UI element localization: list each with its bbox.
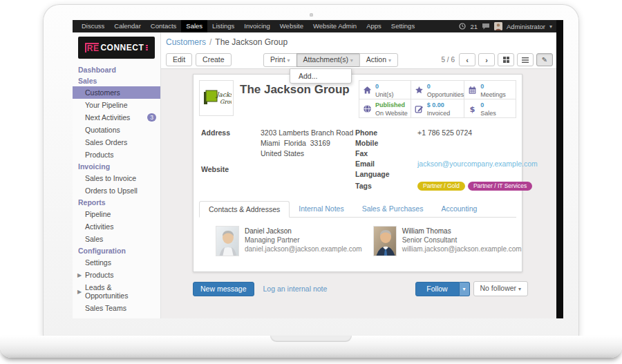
menu-item-invoicing[interactable]: Invoicing xyxy=(239,20,275,32)
tags-label: Tags xyxy=(355,181,417,191)
follow-caret-button[interactable]: ▾ xyxy=(460,282,470,296)
tab-internal-notes[interactable]: Internal Notes xyxy=(290,201,352,218)
sidebar-item-pipeline[interactable]: Pipeline xyxy=(73,208,160,220)
sidebar-item-products[interactable]: Products xyxy=(73,149,160,161)
sidebar-item-leads-opportunities[interactable]: ▶Leads & Opportunities xyxy=(73,281,160,302)
menu-item-apps[interactable]: Apps xyxy=(361,20,386,32)
tab-contacts-addresses[interactable]: Contacts & Addresses xyxy=(199,201,290,218)
laptop-base xyxy=(0,336,622,358)
contacts-list: Daniel Jackson Managing Partner daniel.j… xyxy=(199,218,516,266)
email-link[interactable]: jackson@yourcompany.example.com xyxy=(417,159,538,169)
activity-count[interactable]: 21 xyxy=(470,23,478,30)
laptop-base-notch xyxy=(270,336,352,342)
customer-form-sheet: Jackson Group The Jackson Group 0Un xyxy=(193,74,522,272)
menu-item-sales[interactable]: Sales xyxy=(181,20,207,32)
attachments-menu-button[interactable]: Attachment(s) ▾ xyxy=(296,53,360,67)
sidebar-item-customers[interactable]: Customers xyxy=(73,86,160,99)
print-menu-button[interactable]: Print ▾ xyxy=(263,53,297,67)
sidebar-item-sales-orders[interactable]: Sales Orders xyxy=(73,136,160,149)
messages-icon[interactable] xyxy=(482,23,490,30)
contact-card-daniel-jackson[interactable]: Daniel Jackson Managing Partner daniel.j… xyxy=(216,226,362,256)
activity-clock-icon[interactable] xyxy=(459,23,466,30)
menu-item-website[interactable]: Website xyxy=(275,20,308,32)
partner-title: The Jackson Group xyxy=(234,80,359,118)
chatter-bar: New message Log an internal note Follow … xyxy=(193,281,528,296)
laptop-mockup: Discuss Calendar Contacts Sales Listings… xyxy=(0,0,622,364)
breadcrumb-separator: / xyxy=(209,37,211,47)
new-message-button[interactable]: New message xyxy=(193,282,254,296)
laptop-screen: Discuss Calendar Contacts Sales Listings… xyxy=(73,20,563,318)
kanban-view-button[interactable] xyxy=(498,53,514,66)
menu-item-settings[interactable]: Settings xyxy=(386,20,420,32)
contact-role: Managing Partner xyxy=(245,236,362,245)
caret-down-icon: ▾ xyxy=(288,57,290,64)
stat-meetings-button[interactable]: 0Meetings xyxy=(464,81,516,99)
menu-item-discuss[interactable]: Discuss xyxy=(77,20,109,32)
contact-card-william-thomas[interactable]: William Thomas Senior Consultant william… xyxy=(373,226,522,256)
sidebar-item-config-products[interactable]: ▶Products xyxy=(73,269,160,281)
pager-next-button[interactable]: › xyxy=(478,53,495,66)
user-avatar[interactable] xyxy=(494,22,502,30)
laptop-screen-bezel: Discuss Calendar Contacts Sales Listings… xyxy=(43,4,579,336)
address-value: 3203 Lamberts Branch Road Miami Florida … xyxy=(261,128,353,159)
breadcrumb-customers[interactable]: Customers xyxy=(166,37,206,47)
odoo-app-window: Discuss Calendar Contacts Sales Listings… xyxy=(73,20,556,318)
sidebar-item-sales-to-invoice[interactable]: Sales to Invoice xyxy=(73,172,160,184)
partner-logo-image[interactable]: Jackson Group xyxy=(199,80,234,116)
stat-invoiced-button[interactable]: $ 0.00Invoiced xyxy=(411,99,464,117)
contact-photo xyxy=(216,226,239,256)
contact-photo xyxy=(373,226,397,256)
website-label: Website xyxy=(201,164,261,175)
sidebar-item-quotations[interactable]: Quotations xyxy=(73,124,160,136)
pager-previous-button[interactable]: ‹ xyxy=(459,53,475,66)
next-activities-badge: 3 xyxy=(147,113,156,122)
edit-button[interactable]: Edit xyxy=(166,53,192,66)
home-icon xyxy=(363,86,372,95)
action-menu-button[interactable]: Action ▾ xyxy=(359,53,398,67)
breadcrumb: Customers / The Jackson Group xyxy=(161,32,556,51)
company-logo[interactable]: RECONNECT xyxy=(78,37,155,59)
stat-sales-button[interactable]: $ 0Sales xyxy=(464,99,516,117)
menu-item-website-admin[interactable]: Website Admin xyxy=(308,20,361,32)
sidebar-item-sales-teams[interactable]: Sales Teams xyxy=(73,302,160,314)
chevron-right-icon: ▶ xyxy=(77,289,82,295)
sidebar-item-orders-to-upsell[interactable]: Orders to Upsell xyxy=(73,184,160,197)
pager: 5 / 6 ‹ › ✎ xyxy=(442,53,553,66)
caret-down-icon: ▾ xyxy=(518,286,521,292)
sidebar-item-settings[interactable]: Settings xyxy=(73,256,160,269)
logo-vertical-mark xyxy=(146,45,148,50)
followers-button[interactable]: No follower ▾ xyxy=(473,281,528,296)
follow-button[interactable]: Follow xyxy=(415,282,460,296)
logo-text: CONNECT xyxy=(100,44,144,52)
stat-website-button[interactable]: PublishedOn Website xyxy=(359,99,411,117)
log-internal-note-link[interactable]: Log an internal note xyxy=(263,285,328,293)
menu-item-contacts[interactable]: Contacts xyxy=(146,20,182,32)
tab-accounting[interactable]: Accounting xyxy=(432,201,486,218)
form-view-button[interactable]: ✎ xyxy=(536,53,553,66)
menu-item-listings[interactable]: Listings xyxy=(207,20,239,32)
action-menus: Print ▾ Attachment(s) ▾ Action ▾ xyxy=(263,53,398,67)
svg-text:Group: Group xyxy=(220,99,232,105)
tag-partner-it-services: Partner / IT Services xyxy=(468,182,532,191)
menu-item-calendar[interactable]: Calendar xyxy=(109,20,146,32)
sidebar-item-activities[interactable]: Activities xyxy=(73,220,160,233)
contact-role: Senior Consultant xyxy=(402,236,522,245)
attachment-add-item[interactable]: Add... xyxy=(290,69,351,83)
sidebar-header-dashboard[interactable]: Dashboard xyxy=(73,64,160,75)
chevron-right-icon: ▶ xyxy=(77,272,82,278)
tags-value: Partner / Gold Partner / IT Services xyxy=(417,181,532,191)
svg-text:Jackson: Jackson xyxy=(215,91,232,98)
sidebar-header-configuration: Configuration xyxy=(73,245,160,256)
sidebar-item-sales-report[interactable]: Sales xyxy=(73,233,160,245)
language-label: Language xyxy=(355,169,417,180)
sidebar-item-your-pipeline[interactable]: Your Pipeline xyxy=(73,99,160,111)
tab-sales-purchases[interactable]: Sales & Purchases xyxy=(353,201,433,218)
stat-opportunities-button[interactable]: 0Opportunities xyxy=(411,81,464,99)
create-button[interactable]: Create xyxy=(196,53,232,66)
sidebar-item-next-activities[interactable]: Next Activities3 xyxy=(73,111,160,124)
list-view-button[interactable] xyxy=(517,53,534,66)
attachments-dropdown: Add... xyxy=(290,68,352,84)
stat-units-button[interactable]: 0Unit(s) xyxy=(359,81,411,99)
user-menu[interactable]: Administrator xyxy=(507,23,545,30)
user-menu-caret-icon: ▾ xyxy=(549,23,552,30)
